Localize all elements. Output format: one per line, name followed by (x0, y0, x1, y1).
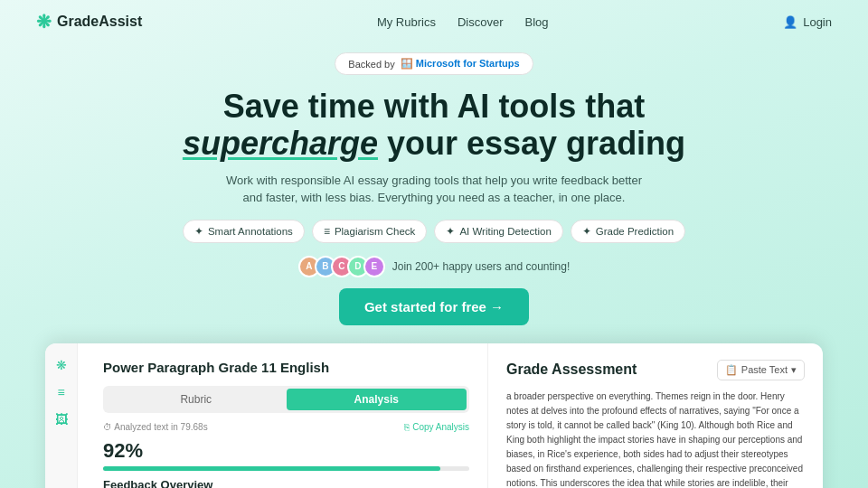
hero-italic: supercharge (183, 125, 378, 162)
chevron-down-icon: ▾ (791, 364, 797, 376)
demo-container: ❋ ≡ 🖼 Power Paragraph Grade 11 English R… (0, 343, 868, 488)
backed-text: Backed by (348, 59, 394, 70)
left-content: Power Paragraph Grade 11 English Rubric … (103, 360, 469, 488)
pill-plagiarism-check[interactable]: ≡ Plagiarism Check (312, 220, 428, 243)
right-panel-title: Grade Assessment (506, 361, 637, 378)
ai-writing-icon: ✦ (446, 225, 455, 238)
left-panel-title: Power Paragraph Grade 11 English (103, 360, 469, 375)
user-icon: 👤 (783, 15, 797, 29)
sidebar-list-icon[interactable]: ≡ (57, 385, 64, 399)
score-section: 92% (103, 439, 469, 471)
backed-badge: Backed by 🪟 Microsoft for Startups (36, 52, 832, 88)
clipboard-icon: 📋 (725, 364, 738, 376)
sidebar-image-icon[interactable]: 🖼 (55, 412, 68, 427)
avatar-group: A B C D E (298, 256, 385, 277)
logo-icon: ❋ (36, 11, 52, 33)
copy-analysis[interactable]: ⎘ Copy Analysis (404, 422, 469, 432)
grade-prediction-icon: ✦ (582, 225, 591, 238)
plagiarism-icon: ≡ (324, 225, 330, 238)
pill-smart-annotations[interactable]: ✦ Smart Annotations (183, 220, 305, 243)
paste-text-button[interactable]: 📋 Paste Text ▾ (717, 360, 805, 380)
right-body-text: a broader perspective on everything. The… (506, 389, 805, 488)
social-proof: A B C D E Join 200+ happy users and coun… (36, 256, 832, 277)
right-header: Grade Assessment 📋 Paste Text ▾ (506, 360, 805, 380)
annotations-icon: ✦ (194, 225, 203, 238)
hero-title: Save time with AI tools that supercharge… (36, 88, 832, 163)
nav-discover[interactable]: Discover (458, 15, 504, 29)
logo[interactable]: ❋ GradeAssist (36, 11, 142, 33)
avatar: E (363, 256, 385, 277)
social-text: Join 200+ happy users and counting! (392, 260, 570, 273)
score-bar-fill (103, 466, 440, 471)
tab-bar: Rubric Analysis (103, 386, 469, 413)
logo-text: GradeAssist (57, 14, 142, 30)
nav-blog[interactable]: Blog (525, 15, 549, 29)
pill-ai-writing[interactable]: ✦ AI Writing Detection (434, 220, 562, 243)
nav-my-rubrics[interactable]: My Rubrics (377, 15, 436, 29)
left-sidebar: ❋ ≡ 🖼 (45, 343, 78, 488)
feedback-title: Feedback Overview (103, 478, 469, 488)
login-button[interactable]: 👤 Login (783, 15, 832, 29)
tab-rubric[interactable]: Rubric (106, 389, 287, 410)
score-bar-bg (103, 466, 469, 471)
hero-subtitle: Work with responsible AI essay grading t… (36, 172, 832, 207)
score-number: 92% (103, 439, 143, 462)
left-panel: ❋ ≡ 🖼 Power Paragraph Grade 11 English R… (45, 343, 488, 488)
feature-pills: ✦ Smart Annotations ≡ Plagiarism Check ✦… (36, 220, 832, 243)
hero-section: Backed by 🪟 Microsoft for Startups Save … (0, 43, 868, 343)
tab-analysis[interactable]: Analysis (287, 389, 467, 410)
analyzed-time: ⏱ Analyzed text in 79.68s (103, 422, 208, 432)
sidebar-logo-icon: ❋ (56, 358, 67, 372)
pill-grade-prediction[interactable]: ✦ Grade Prediction (571, 220, 685, 243)
navbar: ❋ GradeAssist My Rubrics Discover Blog 👤… (0, 0, 868, 43)
right-panel: Grade Assessment 📋 Paste Text ▾ a broade… (488, 343, 823, 488)
demo-card: ❋ ≡ 🖼 Power Paragraph Grade 11 English R… (45, 343, 823, 488)
nav-links: My Rubrics Discover Blog (377, 15, 549, 29)
ms-for-startups: 🪟 Microsoft for Startups (401, 58, 520, 70)
cta-button[interactable]: Get started for free → (339, 288, 529, 325)
analysis-meta: ⏱ Analyzed text in 79.68s ⎘ Copy Analysi… (103, 422, 469, 432)
